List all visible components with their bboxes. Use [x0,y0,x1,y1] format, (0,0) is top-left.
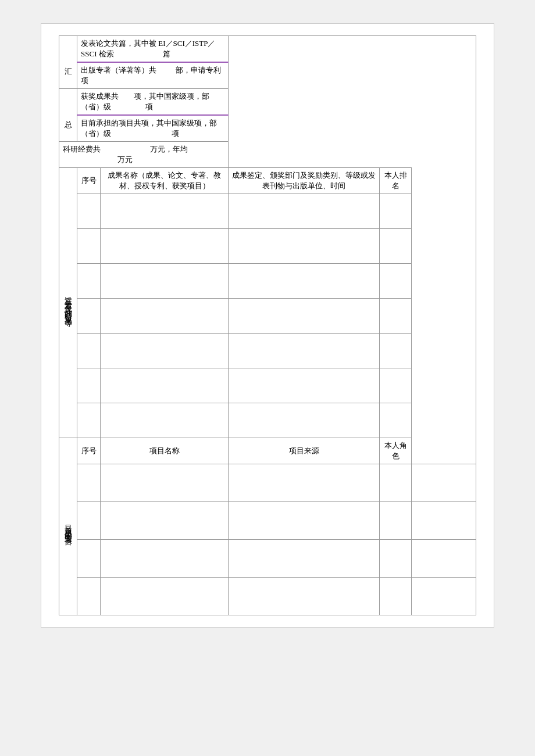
achievement-rank-3 [380,264,412,299]
section-label-zong: 总 [59,89,77,142]
achievement-row-5 [59,334,476,368]
project-name-4 [101,578,229,615]
project-seq-4 [77,578,101,615]
achievement-row-4 [59,299,476,334]
achievement-seq-4 [77,299,101,334]
achievement-rank-6 [380,368,412,403]
project-time-4 [380,578,412,615]
achievement-name-4 [101,299,229,334]
summary-text-1: 发表论文共篇，其中被 EI／SCI／ISTP／SSCI 检索 篇 [77,36,229,63]
achievements-col1-header: 序号 [77,168,101,194]
project-source-4 [229,578,380,615]
summary-text-3: 获奖成果共 项，其中国家级项，部（省）级 项 [77,89,229,116]
projects-col1-header: 序号 [77,438,101,464]
page: 汇 发表论文共篇，其中被 EI／SCI／ISTP／SSCI 检索 篇 出版专著（… [41,23,494,628]
project-name-2 [101,502,229,540]
achievement-rank-1 [380,194,412,229]
achievement-seq-2 [77,229,101,264]
achievement-name-2 [101,229,229,264]
achievement-row-2 [59,229,476,264]
achievement-rank-4 [380,299,412,334]
achievement-seq-5 [77,334,101,368]
project-seq-2 [77,502,101,540]
project-row-3 [59,540,476,578]
achievement-row-1 [59,194,476,229]
achievement-seq-7 [77,403,101,438]
projects-header-row: 目前承担的主要项目 序号 项目名称 项目来源 本人角色 [59,438,476,464]
achievements-header-row: 近三年最有代表性的科研成果等 序号 成果名称（成果、论文、专著、教材、授权专利、… [59,168,476,194]
summary-row-5: 科研经费共 万元，年均 万元 [59,142,476,168]
summary-row-1: 汇 发表论文共篇，其中被 EI／SCI／ISTP／SSCI 检索 篇 [59,36,476,63]
achievements-section-label: 近三年最有代表性的科研成果等 [59,168,77,438]
achievement-seq-6 [77,368,101,403]
achievements-col2-header: 成果名称（成果、论文、专著、教材、授权专利、获奖项目） [101,168,229,194]
project-time-2 [380,502,412,540]
summary-text-5: 科研经费共 万元，年均 万元 [59,142,229,168]
project-role-2 [412,502,476,540]
achievement-detail-4 [229,299,380,334]
project-time-1 [380,464,412,502]
achievement-detail-1 [229,194,380,229]
achievement-row-3 [59,264,476,299]
summary-row-3: 总 获奖成果共 项，其中国家级项，部（省）级 项 [59,89,476,116]
achievement-detail-5 [229,334,380,368]
projects-col3-header: 项目来源 [229,438,380,464]
achievements-col3-header: 成果鉴定、颁奖部门及奖励类别、等级或发表刊物与出版单位、时间 [229,168,380,194]
summary-row-2: 出版专著（译著等）共 部，申请专利项 [59,62,476,89]
project-row-1 [59,464,476,502]
project-source-3 [229,540,380,578]
projects-col2-header: 项目名称 [101,438,229,464]
achievement-detail-2 [229,229,380,264]
achievement-row-6 [59,368,476,403]
project-role-1 [412,464,476,502]
project-row-4 [59,578,476,615]
achievement-detail-3 [229,264,380,299]
achievement-seq-3 [77,264,101,299]
achievement-name-5 [101,334,229,368]
project-time-3 [380,540,412,578]
project-row-2 [59,502,476,540]
achievement-name-7 [101,403,229,438]
achievement-detail-7 [229,403,380,438]
project-source-1 [229,464,380,502]
achievement-rank-2 [380,229,412,264]
achievement-name-6 [101,368,229,403]
summary-row-4: 目前承担的项目共项，其中国家级项，部（省）级 项 [59,115,476,142]
project-role-4 [412,578,476,615]
achievement-name-3 [101,264,229,299]
achievements-col4-header: 本人排名 [380,168,412,194]
projects-col4-5-header: 本人角色 [380,438,412,464]
projects-section-label: 目前承担的主要项目 [59,438,77,615]
project-name-1 [101,464,229,502]
project-seq-3 [77,540,101,578]
project-name-3 [101,540,229,578]
achievement-rank-7 [380,403,412,438]
summary-text-2: 出版专著（译著等）共 部，申请专利项 [77,62,229,89]
achievement-seq-1 [77,194,101,229]
section-label-hui: 汇 [59,36,77,89]
achievement-name-1 [101,194,229,229]
achievement-row-7 [59,403,476,438]
project-seq-1 [77,464,101,502]
main-table: 汇 发表论文共篇，其中被 EI／SCI／ISTP／SSCI 检索 篇 出版专著（… [59,35,476,615]
project-source-2 [229,502,380,540]
achievement-detail-6 [229,368,380,403]
project-role-3 [412,540,476,578]
summary-text-4: 目前承担的项目共项，其中国家级项，部（省）级 项 [77,115,229,142]
achievement-rank-5 [380,334,412,368]
